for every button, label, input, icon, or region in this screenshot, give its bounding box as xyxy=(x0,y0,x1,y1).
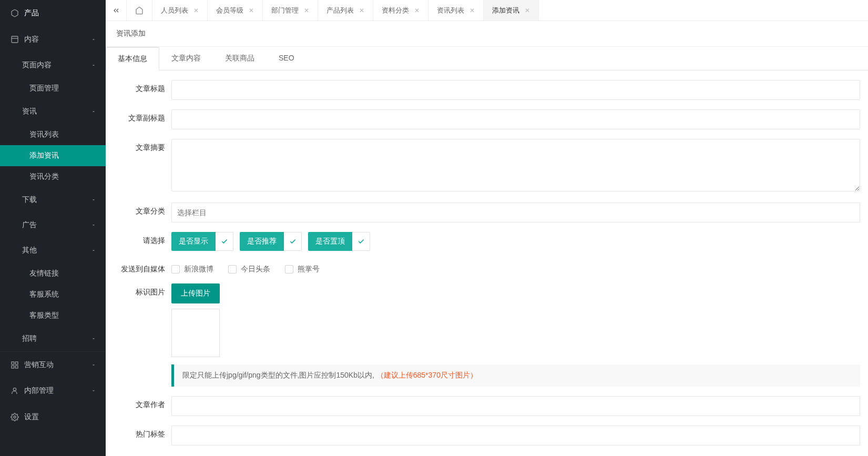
page-title: 资讯添加 xyxy=(106,21,868,47)
media-label: 发送到自媒体 xyxy=(114,260,171,274)
tab-home[interactable] xyxy=(127,0,152,21)
user-icon xyxy=(11,387,19,395)
author-label: 文章作者 xyxy=(114,396,171,416)
tab-basic-info[interactable]: 基本信息 xyxy=(106,47,159,70)
checkbox-icon xyxy=(285,265,293,273)
nav-internal[interactable]: 内部管理 xyxy=(0,378,106,404)
image-preview xyxy=(171,309,220,357)
svg-point-6 xyxy=(13,388,16,391)
switch-label: 是否显示 xyxy=(171,232,216,251)
select-label: 请选择 xyxy=(114,232,171,251)
close-icon[interactable]: ✕ xyxy=(359,7,364,14)
home-icon xyxy=(135,6,144,15)
close-icon[interactable]: ✕ xyxy=(193,7,199,14)
checkbox-label: 今日头条 xyxy=(241,265,270,274)
nav-marketing[interactable]: 营销互动 xyxy=(0,351,106,378)
tab-product-list[interactable]: 产品列表 ✕ xyxy=(318,0,373,21)
tab-material-category[interactable]: 资料分类 ✕ xyxy=(373,0,428,21)
tab-department[interactable]: 部门管理 ✕ xyxy=(263,0,318,21)
tip-text: 限定只能上传jpg/gif/png类型的文件,图片应控制150Kb以内, xyxy=(182,371,374,379)
check-icon xyxy=(216,232,233,251)
collapse-button[interactable] xyxy=(106,0,127,21)
tab-article-content[interactable]: 文章内容 xyxy=(159,47,213,70)
tags-label: 热门标签 xyxy=(114,425,171,445)
nav-ads[interactable]: 广告 xyxy=(0,212,106,238)
nav-label: 友情链接 xyxy=(29,269,59,278)
nav-download[interactable]: 下载 xyxy=(0,187,106,212)
switch-top[interactable]: 是否置顶 xyxy=(308,232,370,251)
nav-label: 内部管理 xyxy=(24,386,54,396)
nav-other[interactable]: 其他 xyxy=(0,238,106,263)
chevron-up-icon xyxy=(91,109,96,114)
tab-label: 会员等级 xyxy=(216,6,243,15)
tab-news-add[interactable]: 添加资讯 ✕ xyxy=(484,0,539,21)
nav-label: 资讯 xyxy=(22,107,37,116)
cube-icon xyxy=(11,9,19,17)
svg-point-7 xyxy=(14,416,16,418)
upload-tip: 限定只能上传jpg/gif/png类型的文件,图片应控制150Kb以内, （建议… xyxy=(171,364,860,387)
upload-button[interactable]: 上传图片 xyxy=(171,283,220,303)
tab-label: 关联商品 xyxy=(225,54,254,62)
nav-service-type[interactable]: 客服类型 xyxy=(0,305,106,326)
switch-show[interactable]: 是否显示 xyxy=(171,232,233,251)
tab-label: 部门管理 xyxy=(271,6,299,15)
chevron-up-icon xyxy=(91,63,96,68)
nav-label: 资讯列表 xyxy=(29,130,59,139)
gear-icon xyxy=(11,413,19,421)
tab-label: SEO xyxy=(279,54,294,62)
close-icon[interactable]: ✕ xyxy=(469,7,475,14)
nav-label: 下载 xyxy=(22,195,37,205)
summary-textarea[interactable] xyxy=(171,139,860,191)
nav-news-category[interactable]: 资讯分类 xyxy=(0,166,106,187)
nav-label: 产品 xyxy=(24,8,39,18)
checkbox-xiong[interactable]: 熊掌号 xyxy=(285,265,320,274)
title-input[interactable] xyxy=(171,80,860,100)
chevron-down-icon xyxy=(91,362,96,368)
nav-label: 广告 xyxy=(22,220,37,230)
nav-recruit[interactable]: 招聘 xyxy=(0,326,106,351)
check-icon xyxy=(284,232,302,251)
tab-label: 产品列表 xyxy=(326,6,354,15)
checkbox-toutiao[interactable]: 今日头条 xyxy=(228,265,270,274)
nav-product[interactable]: 产品 xyxy=(0,0,106,26)
tab-seo[interactable]: SEO xyxy=(267,47,307,70)
nav-service[interactable]: 客服系统 xyxy=(0,284,106,305)
close-icon[interactable]: ✕ xyxy=(304,7,309,14)
nav-content[interactable]: 内容 xyxy=(0,26,106,53)
switch-recommend[interactable]: 是否推荐 xyxy=(240,232,302,251)
nav-label: 客服类型 xyxy=(29,311,59,320)
chevron-down-icon xyxy=(91,197,96,202)
chevron-down-icon xyxy=(91,388,96,393)
tags-input[interactable] xyxy=(171,425,860,445)
close-icon[interactable]: ✕ xyxy=(249,7,254,14)
nav-page-content[interactable]: 页面内容 xyxy=(0,53,106,78)
tab-news-list[interactable]: 资讯列表 ✕ xyxy=(428,0,484,21)
sidebar: 产品 内容 页面内容 页面管理 资讯 资讯列表 xyxy=(0,0,106,456)
tab-member-level[interactable]: 会员等级 ✕ xyxy=(208,0,263,21)
svg-rect-4 xyxy=(12,366,14,368)
nav-links[interactable]: 友情链接 xyxy=(0,263,106,284)
checkbox-icon xyxy=(171,265,180,273)
nav-news[interactable]: 资讯 xyxy=(0,99,106,124)
nav-settings[interactable]: 设置 xyxy=(0,404,106,430)
tab-label: 添加资讯 xyxy=(492,6,519,15)
tab-related-products[interactable]: 关联商品 xyxy=(213,47,267,70)
checkbox-sina[interactable]: 新浪微博 xyxy=(171,265,213,274)
form-tabs: 基本信息 文章内容 关联商品 SEO xyxy=(106,47,868,70)
check-icon xyxy=(352,232,370,251)
nav-news-list[interactable]: 资讯列表 xyxy=(0,124,106,145)
category-select[interactable] xyxy=(171,202,860,222)
tab-staff-list[interactable]: 人员列表 ✕ xyxy=(152,0,208,21)
nav-label: 页面管理 xyxy=(29,84,59,93)
nav-news-add[interactable]: 添加资讯 xyxy=(0,145,106,166)
nav-label: 设置 xyxy=(24,412,39,422)
close-icon[interactable]: ✕ xyxy=(525,7,530,14)
svg-rect-5 xyxy=(15,366,18,368)
tab-label: 基本信息 xyxy=(118,54,147,63)
close-icon[interactable]: ✕ xyxy=(414,7,420,14)
nav-label: 页面内容 xyxy=(22,60,52,70)
subtitle-input[interactable] xyxy=(171,109,860,129)
nav-page-manage[interactable]: 页面管理 xyxy=(0,78,106,99)
author-input[interactable] xyxy=(171,396,860,416)
title-label: 文章标题 xyxy=(114,80,171,100)
